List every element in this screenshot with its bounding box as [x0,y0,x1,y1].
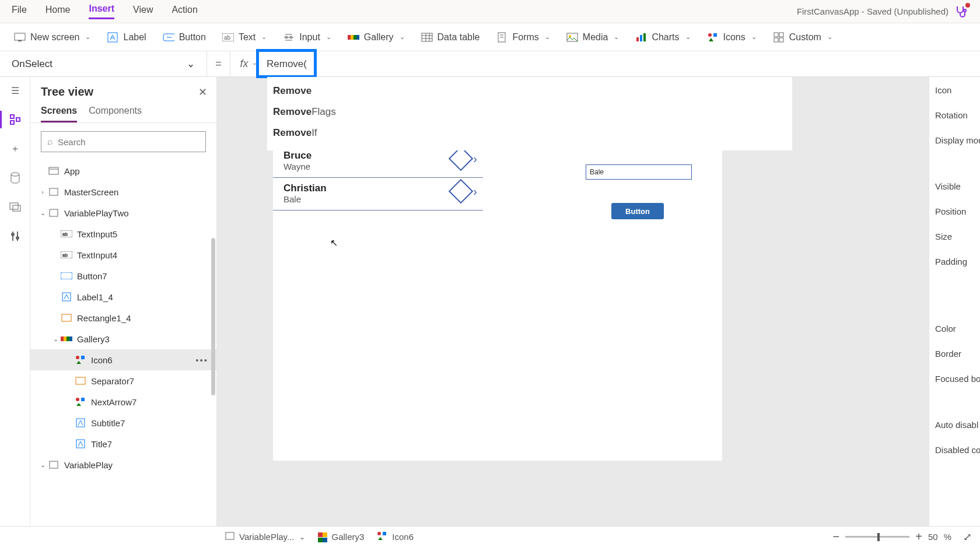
tree-node-subtitle7[interactable]: Subtitle7 [30,412,216,433]
tree-view-title: Tree view [41,85,93,99]
media-button[interactable]: Media⌄ [566,31,620,43]
formula-input[interactable] [258,51,980,76]
charts-icon [635,31,647,43]
tree-node-button7[interactable]: Button7 [30,265,216,286]
zoom-out-button[interactable]: − [833,530,840,544]
prop-position[interactable]: Position [935,206,980,216]
next-arrow-icon[interactable]: › [473,152,477,166]
prop-size[interactable]: Size [935,232,980,241]
fx-button[interactable]: fx⌄ [230,51,258,76]
tree-node-variableplay[interactable]: ⌄VariablePlay [30,454,216,475]
text-button[interactable]: ab Text⌄ [222,31,267,43]
app-title: FirstCanvasApp - Saved (Unpublished) [797,6,949,16]
tree-search[interactable]: ⌕ [41,131,206,152]
prop-display-mode[interactable]: Display mod [935,135,980,145]
rectangle-icon [75,375,86,387]
breadcrumb-screen[interactable]: VariablePlay...⌄ [225,532,305,542]
svg-rect-52 [62,314,71,321]
hamburger-icon[interactable]: ☰ [9,84,22,97]
svg-point-53 [76,356,79,359]
tree-node-icon6[interactable]: Icon6••• [30,349,216,370]
zoom-slider[interactable] [845,536,909,538]
tree-node-title7[interactable]: Title7 [30,433,216,454]
tree-view-icon[interactable] [9,113,22,126]
data-rail-icon[interactable] [9,171,22,184]
fit-screen-icon[interactable]: ⤢ [963,531,972,544]
svg-rect-44 [50,188,58,195]
prop-padding[interactable]: Padding [935,257,980,267]
tree-node-app[interactable]: App [30,160,216,181]
svg-rect-32 [10,115,14,118]
charts-button[interactable]: Charts⌄ [635,31,690,43]
tree-node-separator7[interactable]: Separator7 [30,370,216,391]
tree-node-rectangle1-4[interactable]: Rectangle1_4 [30,307,216,328]
tree-search-input[interactable] [58,137,200,147]
tree-node-textinput4[interactable]: abTextInput4 [30,244,216,265]
prop-color[interactable]: Color [935,324,980,334]
menu-file[interactable]: File [12,5,27,19]
tab-components[interactable]: Components [89,106,142,122]
gallery-row[interactable]: Christian Bale › [273,178,483,211]
prop-rotation[interactable]: Rotation [935,110,980,120]
menu-view[interactable]: View [133,5,153,19]
ribbon: New screen⌄ Label Button ab Text⌄ Input⌄… [0,23,980,51]
tab-screens[interactable]: Screens [41,106,77,122]
svg-rect-57 [81,398,85,401]
tree-view-panel: Tree view ✕ Screens Components ⌕ App ›Ma… [30,77,217,526]
next-arrow-icon[interactable]: › [473,185,477,198]
svg-rect-30 [774,38,778,42]
autocomplete-item[interactable]: RemoveFlags [267,101,792,122]
input-button[interactable]: Input⌄ [283,31,331,43]
svg-point-26 [708,33,712,37]
equals-label: = [207,51,230,76]
tree-node-textinput5[interactable]: abTextInput5 [30,223,216,244]
zoom-in-button[interactable]: + [915,530,922,544]
rectangle-icon [61,312,72,324]
svg-point-0 [964,9,966,12]
data-table-button[interactable]: Data table [421,31,480,43]
menu-insert[interactable]: Insert [89,3,114,19]
tree-node-label1-4[interactable]: Label1_4 [30,286,216,307]
icons-button[interactable]: Icons⌄ [707,31,757,43]
menu-action[interactable]: Action [172,5,197,19]
media-rail-icon[interactable] [9,201,22,213]
app-checker-icon[interactable] [954,5,968,19]
tree-node-variableplaytwo[interactable]: ⌄VariablePlayTwo [30,202,216,223]
breadcrumb-icon[interactable]: Icon6 [377,531,414,542]
menu-home[interactable]: Home [46,5,71,19]
prop-disabled-color[interactable]: Disabled col [935,445,980,455]
insert-rail-icon[interactable]: ＋ [9,142,22,155]
custom-button[interactable]: Custom⌄ [773,31,832,43]
label-button[interactable]: Label [107,31,146,43]
new-screen-button[interactable]: New screen⌄ [14,31,90,43]
advanced-rail-icon[interactable] [9,230,22,243]
tree-scrollbar[interactable] [211,238,215,395]
prop-border[interactable]: Border [935,349,980,359]
screen-node-icon [48,186,60,198]
forms-button[interactable]: Forms⌄ [496,31,550,43]
svg-point-35 [11,173,19,176]
button-button[interactable]: Button [163,31,206,43]
close-panel-icon[interactable]: ✕ [198,86,207,99]
tree-node-gallery3[interactable]: ⌄Gallery3 [30,328,216,349]
autocomplete-item[interactable]: Remove [267,80,792,101]
tree-node-masterscreen[interactable]: ›MasterScreen [30,181,216,202]
prop-visible[interactable]: Visible [935,181,980,191]
breadcrumb-gallery[interactable]: Gallery3 [318,532,365,542]
search-icon: ⌕ [47,136,53,147]
gallery-button[interactable]: Gallery⌄ [348,31,405,43]
property-selector[interactable]: OnSelect⌄ [0,51,207,76]
autocomplete-item[interactable]: RemoveIf [267,122,792,143]
prop-focused-border[interactable]: Focused bor [935,374,980,384]
icons-icon [707,31,719,43]
canvas-button[interactable]: Button [611,203,664,219]
tree-node-nextarrow7[interactable]: NextArrow7 [30,391,216,412]
prop-icon[interactable]: Icon [935,85,980,95]
prop-auto-disable[interactable]: Auto disabl [935,420,980,430]
left-rail: ☰ ＋ [0,77,30,526]
text-input-2[interactable] [586,164,692,180]
svg-rect-60 [50,461,58,468]
node-more-icon[interactable]: ••• [195,355,208,365]
svg-point-56 [76,398,79,401]
edit-icon[interactable] [449,179,473,204]
